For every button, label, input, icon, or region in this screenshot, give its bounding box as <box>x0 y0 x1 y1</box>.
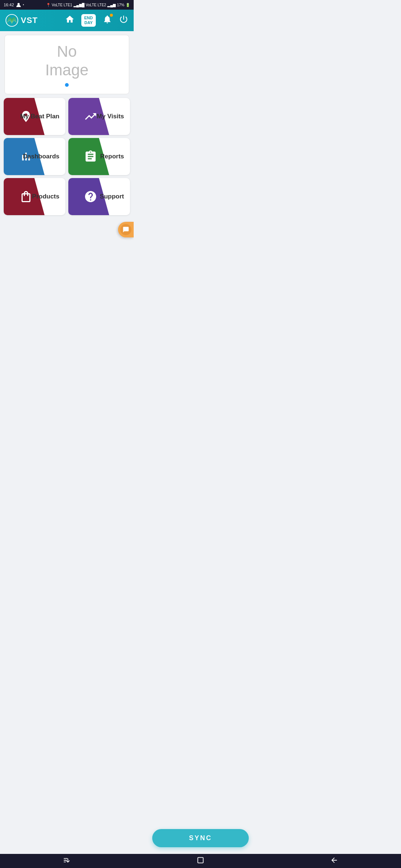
app-header: VST ENDDAY <box>0 10 134 31</box>
status-bar: 16:42 • 📍 VoLTE LTE1 ▂▄▆█ VoLTE LTE2 ▂▄▆… <box>0 0 134 10</box>
my-visits-label: My Visits <box>97 113 124 120</box>
beat-plan-card[interactable]: My Beat Plan <box>4 98 65 135</box>
battery-display: 17% <box>117 3 124 7</box>
signal-bars-1: ▂▄▆█ <box>74 3 85 7</box>
network-info: VoLTE LTE1 <box>52 3 72 7</box>
end-day-button[interactable]: ENDDAY <box>81 14 96 27</box>
teams-icon <box>16 2 22 7</box>
menu-grid: My Beat Plan My Visits Dashboards <box>0 98 134 215</box>
banner-image: No Image <box>4 35 129 94</box>
support-card[interactable]: Support <box>68 178 130 215</box>
shopping-bag-icon <box>19 190 33 203</box>
power-button[interactable] <box>119 14 128 26</box>
fab-button[interactable] <box>118 222 134 237</box>
dashboards-label: Dashboards <box>23 153 59 160</box>
status-right: 📍 VoLTE LTE1 ▂▄▆█ VoLTE LTE2 ▂▄▆ 17% 🔋 <box>46 3 130 7</box>
location-icon: 📍 <box>46 3 50 7</box>
clipboard-icon <box>84 150 97 163</box>
support-chat-icon <box>84 190 97 203</box>
banner-dot <box>65 83 69 87</box>
reports-label: Reports <box>100 153 124 160</box>
signal-bars-2: ▂▄▆ <box>107 3 116 7</box>
time-display: 16:42 <box>4 3 14 7</box>
header-nav: ENDDAY <box>65 14 128 27</box>
logo-area: VST <box>5 14 38 27</box>
banner-text: No Image <box>45 42 89 80</box>
products-card[interactable]: Products <box>4 178 65 215</box>
dashboards-card[interactable]: Dashboards <box>4 138 65 175</box>
home-button[interactable] <box>65 14 75 26</box>
beat-plan-label: My Beat Plan <box>20 113 59 120</box>
chat-fab-icon <box>123 226 129 233</box>
notifications-button[interactable] <box>102 14 112 26</box>
dot-indicator: • <box>23 3 24 7</box>
visits-chart-icon <box>84 110 97 123</box>
my-visits-card[interactable]: My Visits <box>68 98 130 135</box>
network-info-2: VoLTE LTE2 <box>86 3 106 7</box>
support-label: Support <box>100 193 124 200</box>
logo-text: VST <box>21 16 38 25</box>
end-day-label: ENDDAY <box>84 16 93 25</box>
fab-inner <box>120 224 131 235</box>
products-label: Products <box>32 193 59 200</box>
status-left: 16:42 • <box>4 2 24 7</box>
vst-logo-icon <box>5 14 19 27</box>
reports-card[interactable]: Reports <box>68 138 130 175</box>
notification-dot <box>110 14 113 17</box>
battery-icon: 🔋 <box>125 3 130 7</box>
